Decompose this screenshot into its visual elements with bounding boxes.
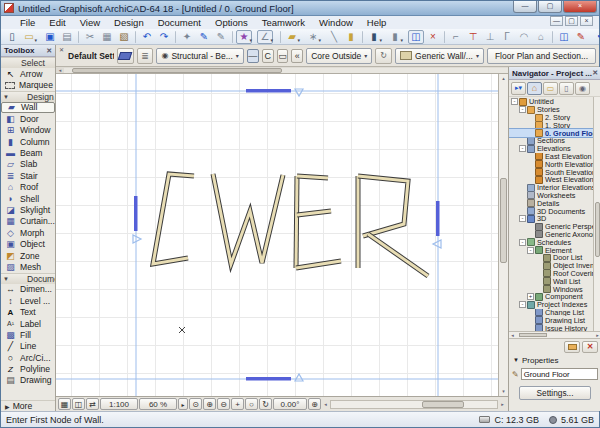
pan-button[interactable]: +: [231, 398, 244, 410]
toolbar-button[interactable]: ▮: [366, 30, 382, 44]
menu-item[interactable]: Window: [312, 16, 360, 29]
toolbox-item[interactable]: Door: [1, 113, 55, 124]
toolbox-item[interactable]: Label: [1, 318, 55, 329]
toolbox-item[interactable]: Stair: [1, 170, 55, 181]
toolbar-button[interactable]: ✂: [82, 30, 98, 44]
toolbar-button[interactable]: ✎: [573, 30, 589, 44]
hscroll-right-icon[interactable]: ▸: [499, 401, 506, 407]
tree-item[interactable]: 3D Documents: [509, 207, 600, 215]
toolbar-button[interactable]: ∗: [305, 30, 321, 44]
tree-item[interactable]: Elevations: [509, 145, 600, 153]
toolbox-item[interactable]: Dimen...: [1, 284, 55, 295]
toolbox-item[interactable]: Wall: [1, 102, 55, 113]
wall-geometry-poly-button[interactable]: «: [291, 49, 303, 63]
zoom-menu-arrow[interactable]: ▸: [178, 398, 188, 410]
menu-item[interactable]: File: [13, 16, 42, 29]
view-map-button[interactable]: ▭: [543, 82, 558, 95]
tree-hscroll-right-icon[interactable]: ▸: [594, 332, 600, 338]
toolbox-item[interactable]: Fill: [1, 329, 55, 340]
reference-line-dropdown[interactable]: Core Outside ▾: [306, 48, 372, 64]
zoom-percent-button[interactable]: 60 %: [139, 398, 177, 410]
layout-book-button[interactable]: ▯: [559, 82, 574, 95]
tree-item[interactable]: Generic Perspective: [509, 223, 600, 231]
toolbox-item[interactable]: Morph: [1, 227, 55, 238]
toolbox-item[interactable]: Marquee: [1, 79, 55, 90]
toolbar-button[interactable]: ⌂: [533, 30, 549, 44]
tree-expander-icon[interactable]: [519, 145, 526, 152]
menu-item[interactable]: Design: [107, 16, 151, 29]
tree-item[interactable]: Door List: [509, 254, 600, 262]
scroll-left-icon[interactable]: ◂: [56, 67, 64, 73]
zoom-in-button[interactable]: ⊕: [203, 398, 216, 410]
title-bar[interactable]: Untitled - Graphisoft ArchiCAD-64 18 - […: [1, 1, 599, 16]
toolbar-button[interactable]: ✎: [196, 30, 212, 44]
wall-geometry-straight-button[interactable]: —: [247, 49, 259, 63]
toolbar-button[interactable]: ⊥: [482, 30, 498, 44]
tree-item[interactable]: 2. Story: [509, 114, 600, 122]
tree-expander-icon[interactable]: [519, 215, 526, 222]
toolbar-button[interactable]: ▯: [4, 30, 20, 44]
wall-geometry-curved-button[interactable]: C: [262, 49, 274, 63]
toolbox-item[interactable]: Skylight: [1, 204, 55, 215]
tree-item[interactable]: 0. Ground Floor: [509, 129, 600, 137]
toolbar-button[interactable]: ↶: [139, 30, 155, 44]
toolbox-item[interactable]: ▼ Document: [1, 273, 55, 284]
tree-item[interactable]: Schedules: [509, 238, 600, 246]
toolbar-button[interactable]: ▤: [59, 30, 75, 44]
tree-item[interactable]: Roof Covering: [509, 270, 600, 278]
favorite-wall-dropdown[interactable]: Generic Wall/... ▾: [395, 48, 484, 64]
tree-item[interactable]: Windows: [509, 285, 600, 293]
tree-item[interactable]: South Elevation: [509, 168, 600, 176]
toolbox-item[interactable]: Arrow: [1, 68, 55, 79]
wall-settings-button[interactable]: [117, 48, 134, 64]
canvas-hscroll-thumb[interactable]: [422, 401, 464, 408]
toolbar-button[interactable]: [444, 31, 445, 43]
menu-item[interactable]: Options: [208, 16, 255, 29]
toolbox-item[interactable]: Column: [1, 136, 55, 147]
toolbar-button[interactable]: ✦: [179, 30, 195, 44]
flip-wall-button[interactable]: ↻: [375, 48, 392, 64]
model-view-options-button[interactable]: ◫: [72, 398, 85, 410]
floor-plan-canvas[interactable]: ▴ ▾: [56, 74, 508, 396]
toolbar-button[interactable]: [175, 31, 176, 43]
toolbar-button[interactable]: ×: [425, 30, 441, 44]
toolbar-button[interactable]: ▮: [343, 30, 359, 44]
tree-expander-icon[interactable]: [519, 301, 526, 308]
toolbar-button[interactable]: [552, 31, 553, 43]
tree-item[interactable]: Details: [509, 199, 600, 207]
toolbar-button[interactable]: ◠: [516, 30, 532, 44]
toolbar-button[interactable]: ▧: [116, 30, 132, 44]
tree-item[interactable]: Issue History: [509, 324, 600, 331]
toolbox-item[interactable]: Level ...: [1, 295, 55, 306]
toolbar-button[interactable]: [135, 31, 136, 43]
project-map-button[interactable]: ⌂: [527, 82, 542, 95]
toolbox-item[interactable]: Window: [1, 125, 55, 136]
tree-item[interactable]: Wall List: [509, 277, 600, 285]
tree-item[interactable]: Sections: [509, 137, 600, 145]
close-button[interactable]: ×: [563, 1, 597, 13]
toolbox-item[interactable]: Beam: [1, 147, 55, 158]
tree-item[interactable]: Object Inventory: [509, 262, 600, 270]
canvas-vertical-scrollbar[interactable]: ▴ ▾: [498, 74, 508, 396]
tree-expander-icon[interactable]: [519, 106, 526, 113]
scroll-down-icon[interactable]: ▾: [502, 387, 505, 396]
toolbar-button[interactable]: ⊤: [465, 30, 481, 44]
maximize-button[interactable]: ▢: [538, 1, 562, 13]
toolbox-item[interactable]: Zone: [1, 250, 55, 261]
layers-button[interactable]: ≣: [137, 48, 154, 64]
toolbar-button[interactable]: ✎: [213, 30, 229, 44]
toolbar-button[interactable]: ★: [236, 30, 252, 44]
tree-vscroll-thumb[interactable]: [595, 202, 600, 257]
menu-item[interactable]: Edit: [42, 16, 72, 29]
toolbox-item[interactable]: Drawing: [1, 375, 55, 386]
tree-item[interactable]: Element: [509, 246, 600, 254]
toolbar-button[interactable]: ▣: [42, 30, 58, 44]
mdi-minimize-button[interactable]: —: [550, 16, 563, 26]
properties-header[interactable]: ▼ Properties: [509, 354, 600, 366]
fit-in-window-button[interactable]: ○: [245, 398, 258, 410]
toolbar-button[interactable]: [232, 31, 233, 43]
canvas-horizontal-scrollbar[interactable]: [330, 400, 498, 409]
scroll-up-icon[interactable]: ▴: [502, 74, 505, 83]
tree-item[interactable]: East Elevation: [509, 153, 600, 161]
settings-button[interactable]: Settings...: [519, 386, 591, 400]
